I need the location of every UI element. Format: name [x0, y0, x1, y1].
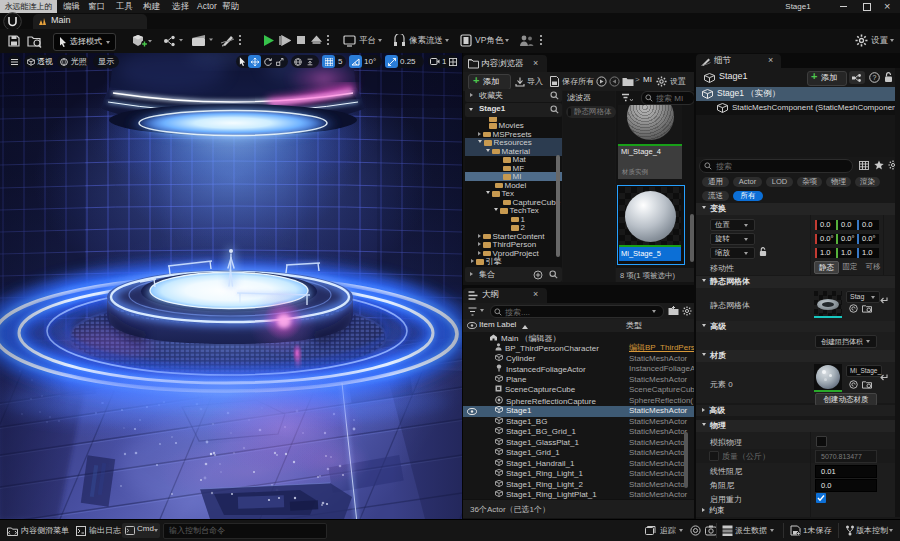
svg-text:?: ? [873, 74, 877, 81]
